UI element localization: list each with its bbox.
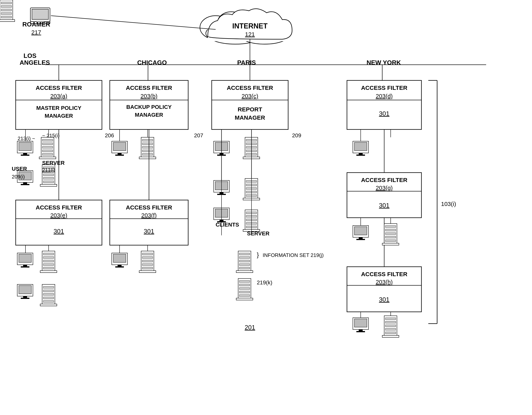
svg-rect-165 xyxy=(43,293,54,295)
user-label: USER xyxy=(12,166,27,172)
info-server2 xyxy=(236,279,253,300)
svg-rect-78 xyxy=(1,16,11,18)
info-219k: 219(k) xyxy=(257,280,272,286)
svg-rect-21 xyxy=(42,139,53,141)
svg-rect-124 xyxy=(385,240,396,242)
svg-rect-167 xyxy=(43,300,54,302)
svg-rect-177 xyxy=(142,253,153,255)
ny-label: NEW YORK xyxy=(367,59,401,66)
svg-rect-46 xyxy=(142,139,153,141)
internet-label: INTERNET xyxy=(232,22,267,30)
svg-rect-173 xyxy=(113,254,126,262)
svg-rect-175 xyxy=(115,266,124,268)
svg-rect-22 xyxy=(42,143,53,145)
svg-rect-198 xyxy=(239,295,250,297)
svg-rect-163 xyxy=(43,286,54,288)
svg-rect-26 xyxy=(39,157,56,159)
la-user213-computer xyxy=(17,141,33,156)
svg-rect-18 xyxy=(23,153,27,154)
svg-rect-138 xyxy=(385,332,396,334)
svg-rect-149 xyxy=(23,265,27,266)
svg-rect-42 xyxy=(113,142,126,151)
ny-afh-ref: 203(h) xyxy=(376,279,393,285)
svg-rect-43 xyxy=(118,153,122,154)
svg-rect-76 xyxy=(1,9,11,11)
paris-af-ref: 203(c) xyxy=(241,93,258,99)
svg-rect-44 xyxy=(115,154,124,156)
svg-rect-125 xyxy=(382,243,399,245)
svg-rect-196 xyxy=(239,288,250,290)
chicago-aff-301: 301 xyxy=(144,228,154,235)
la-bottom-server1 xyxy=(40,251,57,273)
svg-rect-77 xyxy=(1,13,11,15)
svg-rect-187 xyxy=(239,253,250,255)
svg-rect-25 xyxy=(42,153,53,155)
svg-rect-132 xyxy=(356,331,365,332)
chicago-aff-label: ACCESS FILTER xyxy=(126,204,172,211)
ny-afg-ref: 203(g) xyxy=(376,184,393,191)
la-server215-icon xyxy=(39,137,56,159)
roamer-label: ROAMER xyxy=(22,21,50,28)
la-af-label: ACCESS FILTER xyxy=(36,85,82,91)
server211-ref: 211(i) xyxy=(42,167,55,173)
svg-rect-191 xyxy=(239,267,250,269)
svg-rect-122 xyxy=(385,233,396,235)
svg-rect-17 xyxy=(19,142,31,151)
chicago-server1 xyxy=(139,137,156,159)
ny-computer1 xyxy=(353,141,369,156)
ref206: 206 xyxy=(105,132,114,138)
svg-rect-194 xyxy=(239,280,250,282)
ny-computer3 xyxy=(353,318,369,332)
svg-rect-166 xyxy=(43,297,54,299)
svg-rect-29 xyxy=(23,182,27,184)
svg-rect-190 xyxy=(239,264,250,266)
svg-rect-19 xyxy=(21,154,29,156)
ny-afh-label: ACCESS FILTER xyxy=(361,271,407,277)
svg-rect-118 xyxy=(356,239,365,240)
chicago-bottom-computer1 xyxy=(112,253,127,268)
paris-report-label2: MANAGER xyxy=(235,114,265,121)
svg-rect-164 xyxy=(43,290,54,292)
svg-rect-117 xyxy=(359,237,363,239)
svg-rect-48 xyxy=(142,146,153,148)
ny-afg-label: ACCESS FILTER xyxy=(361,177,407,183)
svg-rect-79 xyxy=(0,19,15,22)
chicago-computer1 xyxy=(112,141,127,156)
svg-rect-156 xyxy=(43,253,54,255)
svg-rect-136 xyxy=(385,325,396,327)
chicago-label: CHICAGO xyxy=(137,59,167,66)
svg-rect-160 xyxy=(43,267,54,269)
server-label: SERVER xyxy=(42,160,65,166)
svg-rect-35 xyxy=(43,177,54,179)
chicago-af-ref: 203(b) xyxy=(141,93,158,99)
svg-rect-179 xyxy=(142,260,153,262)
svg-rect-134 xyxy=(385,318,396,320)
svg-rect-161 xyxy=(40,271,57,273)
ny-afg-301: 301 xyxy=(379,202,389,209)
ny-afh-301: 301 xyxy=(379,296,389,303)
roamer-ref: 217 xyxy=(31,29,41,36)
la-bottom-computer2 xyxy=(17,284,33,299)
svg-rect-178 xyxy=(142,257,153,259)
la-master-label2: MANAGER xyxy=(45,113,73,119)
svg-rect-50 xyxy=(142,153,153,155)
svg-rect-188 xyxy=(239,257,250,259)
ny-ref301: 301 xyxy=(379,110,389,117)
svg-rect-9 xyxy=(32,9,48,19)
paris-report-label1: REPORT xyxy=(238,106,262,113)
chicago-backup-label1: BACKUP POLICY xyxy=(126,104,172,110)
svg-rect-174 xyxy=(118,265,122,266)
internet-cloud: INTERNET 121 xyxy=(200,9,292,44)
info-set-label: INFORMATION SET 219(j) xyxy=(263,252,324,258)
ref201: 201 xyxy=(245,324,255,331)
svg-rect-153 xyxy=(23,296,27,298)
la-afe-label: ACCESS FILTER xyxy=(36,204,82,211)
svg-rect-158 xyxy=(43,260,54,262)
chicago-aff-ref: 203(f) xyxy=(141,212,157,219)
svg-rect-199 xyxy=(236,298,253,300)
svg-rect-30 xyxy=(21,184,29,185)
svg-rect-137 xyxy=(385,328,396,330)
ny-af-ref: 203(d) xyxy=(376,93,393,99)
svg-rect-70 xyxy=(354,142,367,151)
svg-rect-192 xyxy=(236,271,253,273)
